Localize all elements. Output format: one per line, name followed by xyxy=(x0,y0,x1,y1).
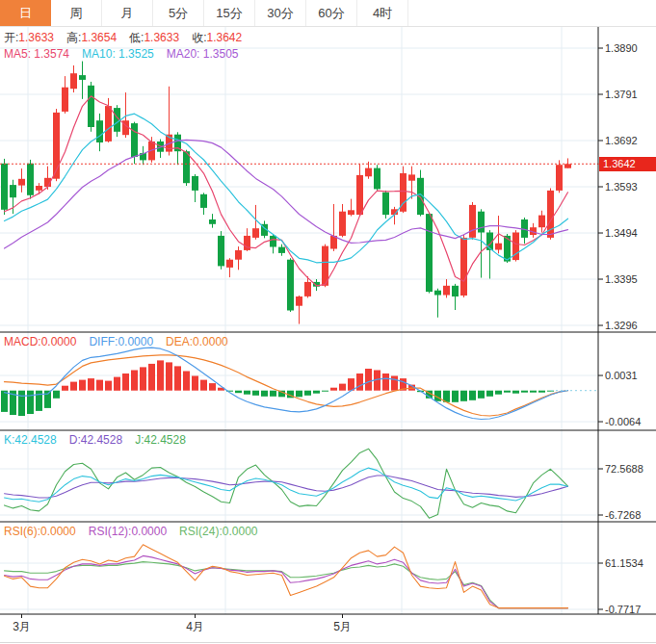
macd-bar xyxy=(469,391,476,400)
macd-bar xyxy=(356,374,363,391)
y-axis-label: -0.7717 xyxy=(605,604,641,615)
candle-body xyxy=(408,174,415,180)
macd-bar xyxy=(200,380,207,391)
candle-body xyxy=(209,219,216,224)
macd-item: DIFF:0.0000 xyxy=(89,335,153,348)
candle-body xyxy=(70,73,77,89)
candle-body xyxy=(287,260,294,311)
macd-bar xyxy=(495,391,502,395)
macd-bar xyxy=(538,391,545,393)
macd-bar xyxy=(88,378,94,391)
candle-body xyxy=(495,244,502,250)
macd-bar xyxy=(460,391,467,401)
candle-body xyxy=(79,75,86,80)
macd-bar xyxy=(521,391,528,393)
macd-bar xyxy=(486,391,493,397)
rsi-legend: RSI(6):0.0000RSI(12):0.0000RSI(24):0.000… xyxy=(4,525,271,538)
ohlc-item: 高:1.3654 xyxy=(66,31,117,44)
candle-body xyxy=(235,250,242,260)
candle-body xyxy=(270,236,276,247)
macd-bar xyxy=(530,391,537,393)
chart-canvas[interactable] xyxy=(0,0,656,644)
candle-body xyxy=(62,88,68,112)
y-axis-label: 1.3494 xyxy=(605,227,638,239)
candle-body xyxy=(382,193,389,215)
macd-bar xyxy=(157,360,164,390)
ohlc-item: 收:1.3642 xyxy=(192,31,242,44)
rsi-item: RSI(12):0.0000 xyxy=(89,525,167,538)
macd-bar xyxy=(70,382,77,391)
macd-bar xyxy=(53,391,60,399)
macd-bar xyxy=(244,391,250,395)
k-line xyxy=(5,468,568,502)
candle-body xyxy=(339,212,346,236)
macd-item: DEA:0.0000 xyxy=(166,335,228,348)
candle-body xyxy=(469,205,476,238)
macd-bar xyxy=(36,391,42,411)
y-axis-label: 1.3791 xyxy=(605,89,638,100)
macd-bar xyxy=(504,391,511,393)
macd-bar xyxy=(183,372,190,391)
ma-legend: MA5: 1.3574MA10: 1.3525MA20: 1.3505 xyxy=(4,47,250,61)
kdj-item: D:42.4528 xyxy=(69,433,122,447)
last-price-tag: 1.3642 xyxy=(599,157,656,171)
macd-bar xyxy=(27,391,34,414)
x-axis-label: 3月 xyxy=(6,619,39,635)
candle-body xyxy=(564,164,571,167)
candle-body xyxy=(36,186,42,191)
candle-body xyxy=(365,168,372,177)
macd-bar xyxy=(79,380,86,391)
candle-body xyxy=(556,165,563,191)
macd-bar xyxy=(18,391,25,416)
candle-body xyxy=(538,216,545,228)
ohlc-legend: 开:1.3633高:1.3654低:1.3633收:1.3642 xyxy=(4,30,254,46)
macd-bar xyxy=(270,391,276,397)
y-axis-label: -6.7268 xyxy=(605,509,641,521)
rsi-item: RSI(24):0.0000 xyxy=(179,525,257,538)
macd-bar xyxy=(105,381,112,391)
macd-legend: MACD:0.0000DIFF:0.0000DEA:0.0000 xyxy=(4,335,241,348)
y-axis-label: 72.5688 xyxy=(605,463,643,475)
rsi-item: RSI(6):0.0000 xyxy=(4,525,76,538)
macd-bar xyxy=(296,391,302,398)
macd-bar xyxy=(192,376,198,391)
y-axis-label: 1.3593 xyxy=(605,181,638,193)
y-axis-label: 0.0031 xyxy=(605,370,638,381)
y-axis-label: 1.3395 xyxy=(605,273,638,285)
candle-body xyxy=(348,210,354,215)
candle-body xyxy=(105,106,112,142)
d-line xyxy=(5,476,568,498)
candle-body xyxy=(27,164,34,195)
candle-body xyxy=(278,247,285,253)
macd-bar xyxy=(382,374,389,391)
rsi6-line xyxy=(5,545,568,608)
macd-bar xyxy=(478,391,485,399)
macd-bar xyxy=(261,391,268,397)
y-axis-label: 1.3692 xyxy=(605,135,638,146)
macd-bar xyxy=(114,377,120,391)
kdj-item: K:42.4528 xyxy=(4,433,57,447)
kdj-item: J:42.4528 xyxy=(135,433,186,447)
y-axis-label: -0.0064 xyxy=(605,416,641,427)
macd-bar xyxy=(166,362,172,390)
macd-bar xyxy=(330,388,337,391)
ma10-line xyxy=(5,114,568,263)
candle-body xyxy=(183,151,190,183)
candle-body xyxy=(374,168,380,190)
ma-item: MA20: 1.3505 xyxy=(167,47,239,61)
candle-body xyxy=(200,194,207,208)
ma-item: MA10: 1.3525 xyxy=(82,47,154,61)
macd-bar xyxy=(391,376,398,391)
candle-body xyxy=(478,212,485,233)
candle-body xyxy=(131,123,138,157)
macd-bar xyxy=(235,391,242,394)
macd-bar xyxy=(131,371,138,391)
macd-bar xyxy=(122,374,129,391)
macd-bar xyxy=(96,380,103,391)
macd-bar xyxy=(174,366,181,390)
candle-body xyxy=(452,286,459,296)
y-axis-label: 61.1534 xyxy=(605,557,643,569)
macd-bar xyxy=(148,364,155,391)
candle-body xyxy=(1,164,8,210)
candle-body xyxy=(296,296,302,306)
